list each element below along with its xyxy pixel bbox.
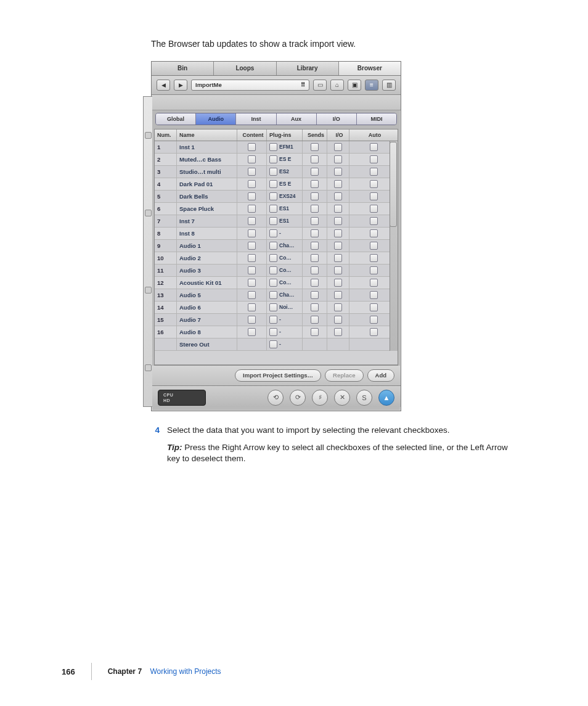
checkbox[interactable] bbox=[248, 229, 256, 237]
checkbox[interactable] bbox=[370, 279, 378, 287]
checkbox[interactable] bbox=[311, 254, 319, 262]
checkbox[interactable] bbox=[269, 254, 277, 262]
filter-tab-aux[interactable]: Aux bbox=[277, 113, 317, 125]
checkbox[interactable] bbox=[370, 180, 378, 188]
checkbox[interactable] bbox=[248, 291, 256, 299]
table-row[interactable]: 15Audio 7- bbox=[155, 314, 398, 326]
checkbox[interactable] bbox=[248, 279, 256, 287]
checkbox[interactable] bbox=[248, 303, 256, 311]
checkbox[interactable] bbox=[248, 180, 256, 188]
nav-back-button[interactable]: ◀ bbox=[157, 80, 170, 91]
checkbox[interactable] bbox=[370, 291, 378, 299]
table-row[interactable]: 5Dark BellsEXS24 bbox=[155, 191, 398, 203]
checkbox[interactable] bbox=[334, 254, 342, 262]
checkbox[interactable] bbox=[334, 168, 342, 176]
checkbox[interactable] bbox=[248, 242, 256, 250]
checkbox[interactable] bbox=[370, 229, 378, 237]
checkbox[interactable] bbox=[311, 291, 319, 299]
checkbox[interactable] bbox=[311, 143, 319, 151]
checkbox[interactable] bbox=[370, 303, 378, 311]
checkbox[interactable] bbox=[311, 180, 319, 188]
checkbox[interactable] bbox=[269, 168, 277, 176]
checkbox[interactable] bbox=[311, 168, 319, 176]
checkbox[interactable] bbox=[370, 266, 378, 274]
checkbox[interactable] bbox=[248, 143, 256, 151]
checkbox[interactable] bbox=[334, 205, 342, 213]
checkbox[interactable] bbox=[269, 303, 277, 311]
checkbox[interactable] bbox=[269, 180, 277, 188]
table-row[interactable]: 1Inst 1EFM1 bbox=[155, 141, 398, 154]
checkbox[interactable] bbox=[311, 192, 319, 200]
col-header-content[interactable]: Content bbox=[237, 129, 267, 141]
transport-metronome-icon[interactable]: ✕ bbox=[334, 390, 350, 406]
checkbox[interactable] bbox=[311, 217, 319, 225]
checkbox[interactable] bbox=[248, 254, 256, 262]
checkbox[interactable] bbox=[269, 291, 277, 299]
checkbox[interactable] bbox=[370, 192, 378, 200]
table-row[interactable]: 7Inst 7ES1 bbox=[155, 215, 398, 228]
project-icon[interactable]: ▣ bbox=[348, 80, 361, 91]
table-row[interactable]: 14Audio 6Noi… bbox=[155, 302, 398, 314]
checkbox[interactable] bbox=[334, 242, 342, 250]
checkbox[interactable] bbox=[311, 229, 319, 237]
checkbox[interactable] bbox=[248, 155, 256, 163]
checkbox[interactable] bbox=[334, 279, 342, 287]
col-header-num[interactable]: Num. bbox=[155, 129, 177, 141]
transport-solo-icon[interactable]: S bbox=[356, 390, 372, 406]
tab-loops[interactable]: Loops bbox=[214, 62, 276, 75]
checkbox[interactable] bbox=[334, 316, 342, 324]
checkbox[interactable] bbox=[311, 155, 319, 163]
checkbox[interactable] bbox=[269, 217, 277, 225]
checkbox[interactable] bbox=[248, 217, 256, 225]
checkbox[interactable] bbox=[370, 143, 378, 151]
checkbox[interactable] bbox=[334, 229, 342, 237]
checkbox[interactable] bbox=[334, 303, 342, 311]
checkbox[interactable] bbox=[269, 279, 277, 287]
table-row[interactable]: 4Dark Pad 01ES E bbox=[155, 178, 398, 191]
list-view-icon[interactable]: ≡ bbox=[365, 80, 378, 91]
checkbox[interactable] bbox=[370, 168, 378, 176]
checkbox[interactable] bbox=[334, 291, 342, 299]
checkbox[interactable] bbox=[334, 143, 342, 151]
checkbox[interactable] bbox=[334, 328, 342, 336]
checkbox[interactable] bbox=[269, 340, 277, 348]
checkbox[interactable] bbox=[248, 328, 256, 336]
checkbox[interactable] bbox=[311, 266, 319, 274]
table-row[interactable]: 10Audio 2Co… bbox=[155, 252, 398, 265]
path-dropdown[interactable]: ImportMe ⠿ bbox=[191, 80, 309, 91]
tab-library[interactable]: Library bbox=[277, 62, 339, 75]
checkbox[interactable] bbox=[370, 155, 378, 163]
table-row[interactable]: 8Inst 8- bbox=[155, 228, 398, 240]
nav-forward-button[interactable]: ▶ bbox=[174, 80, 187, 91]
checkbox[interactable] bbox=[311, 242, 319, 250]
checkbox[interactable] bbox=[269, 242, 277, 250]
checkbox[interactable] bbox=[248, 316, 256, 324]
table-row[interactable]: 16Audio 8- bbox=[155, 326, 398, 339]
col-header-auto[interactable]: Auto bbox=[349, 129, 398, 141]
filter-tab-audio[interactable]: Audio bbox=[196, 113, 236, 125]
table-row[interactable]: 6Space PluckES1 bbox=[155, 203, 398, 215]
transport-tuner-icon[interactable]: ♯ bbox=[312, 390, 328, 406]
col-header-sends[interactable]: Sends bbox=[303, 129, 327, 141]
checkbox[interactable] bbox=[269, 316, 277, 324]
tab-browser[interactable]: Browser bbox=[339, 62, 401, 75]
table-row[interactable]: 2Muted…c BassES E bbox=[155, 154, 398, 166]
table-row[interactable]: 9Audio 1Cha… bbox=[155, 240, 398, 252]
checkbox[interactable] bbox=[269, 143, 277, 151]
transport-rewind-icon[interactable]: ⟲ bbox=[267, 390, 284, 406]
add-button[interactable]: Add bbox=[367, 369, 394, 382]
tab-bin[interactable]: Bin bbox=[152, 62, 214, 75]
col-header-io[interactable]: I/O bbox=[327, 129, 349, 141]
checkbox[interactable] bbox=[334, 180, 342, 188]
checkbox[interactable] bbox=[269, 328, 277, 336]
checkbox[interactable] bbox=[311, 303, 319, 311]
checkbox[interactable] bbox=[334, 266, 342, 274]
table-row[interactable]: 11Audio 3Co… bbox=[155, 265, 398, 277]
transport-master-icon[interactable]: ▲ bbox=[378, 390, 394, 406]
checkbox[interactable] bbox=[311, 328, 319, 336]
monitor-icon[interactable]: ▭ bbox=[313, 80, 327, 91]
checkbox[interactable] bbox=[370, 242, 378, 250]
checkbox[interactable] bbox=[334, 217, 342, 225]
filter-tab-midi[interactable]: MIDI bbox=[357, 113, 396, 125]
checkbox[interactable] bbox=[370, 316, 378, 324]
